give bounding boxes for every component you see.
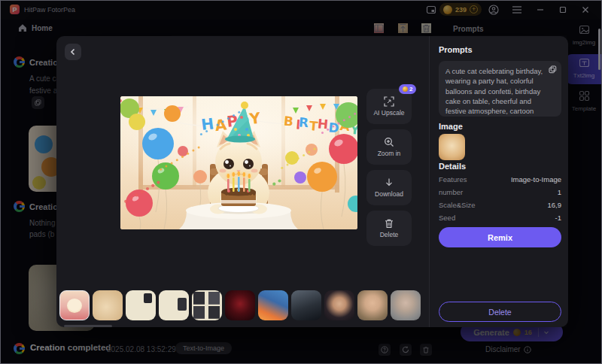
zoom-in-button[interactable]: Zoom in: [366, 129, 412, 165]
history-thumbnail-9[interactable]: [324, 290, 354, 320]
copy-icon[interactable]: [549, 65, 557, 74]
remix-button[interactable]: Remix: [439, 227, 561, 247]
history-strip: [59, 290, 421, 320]
zoom-in-icon: [384, 137, 394, 147]
birthday-cat-illustration: HAPPY BIRTHDAY: [120, 96, 357, 229]
detail-row-scale-size: Scale&Size16,9: [439, 201, 561, 210]
download-icon: [384, 177, 394, 188]
ai-upscale-button[interactable]: 2 AI Upscale: [366, 89, 412, 124]
creation-detail-modal: HAPPY BIRTHDAY: [56, 36, 568, 327]
history-thumbnail-6[interactable]: [225, 290, 255, 320]
history-thumbnail-2[interactable]: [93, 290, 123, 320]
input-image-thumbnail[interactable]: [439, 134, 465, 160]
generated-image: HAPPY BIRTHDAY: [120, 96, 357, 229]
prompt-text: A cute cat celebrating birthday, wearing…: [445, 67, 546, 117]
trash-icon: [384, 218, 394, 229]
app-window: P HitPaw FotorPea 239 + Home Prompts: [0, 0, 602, 364]
detail-panel: Prompts A cute cat celebrating birthday,…: [439, 36, 561, 327]
detail-row-seed: Seed-1: [439, 214, 561, 223]
history-thumbnail-5[interactable]: [192, 290, 222, 320]
history-thumbnail-8[interactable]: [291, 290, 321, 320]
back-button[interactable]: [65, 44, 81, 60]
history-thumbnail-11[interactable]: [391, 290, 421, 320]
history-thumbnail-3[interactable]: [126, 290, 156, 320]
image-title: Image: [439, 122, 463, 131]
prompt-textarea[interactable]: A cute cat celebrating birthday, wearing…: [439, 61, 561, 117]
ai-upscale-icon: [384, 96, 394, 107]
history-thumbnail-10[interactable]: [357, 290, 388, 320]
detail-row-features: FeaturesImage-to-Image: [439, 175, 561, 184]
prompts-title: Prompts: [439, 45, 473, 54]
upscale-cost-badge: 2: [399, 84, 416, 94]
history-thumbnail-1[interactable]: [59, 290, 90, 320]
history-thumbnail-7[interactable]: [258, 290, 288, 320]
detail-row-number: number1: [439, 188, 561, 197]
details-title: Details: [439, 162, 466, 171]
history-thumbnail-4[interactable]: [159, 290, 189, 320]
coin-icon: [403, 86, 408, 92]
delete-creation-button[interactable]: Delete: [439, 302, 561, 322]
strip-scrollbar[interactable]: [64, 325, 112, 327]
download-button[interactable]: Download: [366, 170, 412, 205]
panel-divider: [429, 36, 430, 327]
chevron-left-icon: [69, 48, 77, 56]
delete-image-button[interactable]: Delete: [366, 211, 412, 246]
